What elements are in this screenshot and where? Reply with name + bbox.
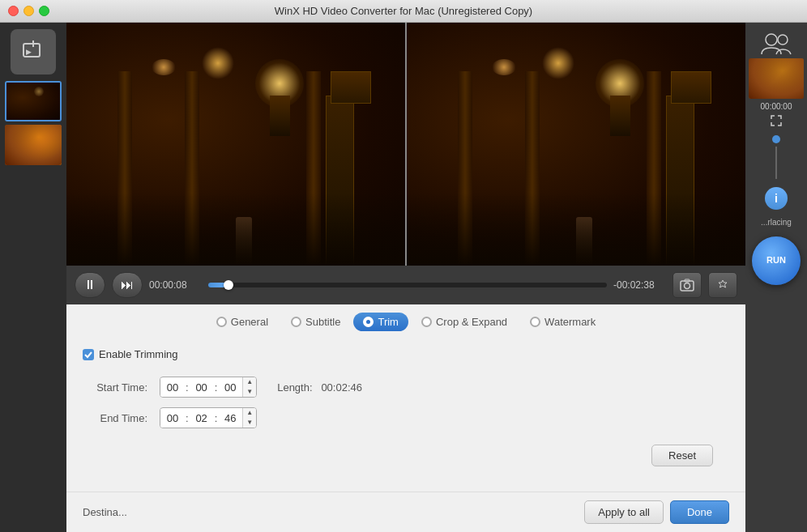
controls-bar: ⏸ ⏭ 00:00:08 -00:02:38 (66, 266, 745, 304)
checkmark-icon (84, 351, 92, 359)
svg-text:▶: ▶ (26, 48, 32, 56)
start-spinner-up[interactable]: ▲ (243, 377, 256, 387)
tab-crop-label: Crop & Expand (436, 316, 507, 328)
titlebar: WinX HD Video Converter for Mac (Unregis… (0, 0, 807, 23)
forward-icon: ⏭ (121, 278, 134, 292)
end-time-spinner: ▲ ▼ (242, 408, 256, 428)
video-right (407, 23, 745, 266)
start-time-spinner: ▲ ▼ (242, 377, 256, 397)
tab-radio-trim (363, 317, 374, 327)
maximize-button[interactable] (39, 6, 49, 16)
progress-bar-container[interactable] (208, 283, 607, 287)
tab-trim[interactable]: Trim (353, 313, 408, 331)
end-hour[interactable] (160, 409, 185, 428)
minimize-button[interactable] (23, 6, 34, 16)
video-canvas-left (66, 23, 405, 266)
dialog-panel: General Subtitle Trim Crop & Expand Wate… (66, 304, 745, 532)
expand-icon (770, 114, 783, 127)
right-video-thumb (749, 58, 804, 99)
end-minute[interactable] (190, 409, 214, 428)
destination-label: Destina... (83, 506, 127, 518)
main-layout: ▶ (0, 23, 807, 532)
reset-area: Reset (83, 445, 729, 466)
tab-radio-subtitle (291, 317, 301, 327)
start-time-parts: : : (160, 378, 242, 397)
trim-content: Enable Trimming Start Time: : : (66, 336, 745, 492)
deinterlace-label: ...rlacing (761, 218, 792, 227)
sidebar-thumb-1[interactable] (5, 81, 62, 121)
pause-button[interactable]: ⏸ (75, 272, 105, 298)
video-canvas-right (407, 23, 745, 266)
video-left (66, 23, 407, 266)
traffic-lights (8, 6, 49, 16)
end-second[interactable] (218, 409, 242, 428)
start-minute[interactable] (190, 378, 214, 397)
settings-icon (716, 279, 729, 292)
progress-thumb (224, 280, 233, 290)
bottom-bar: Destina... Apply to all Done (66, 492, 745, 532)
svg-marker-7 (719, 280, 727, 287)
svg-point-5 (685, 283, 690, 289)
time-remaining: -00:02:38 (613, 279, 666, 291)
window-title: WinX HD Video Converter for Mac (Unregis… (275, 5, 532, 17)
users-button[interactable] (757, 29, 796, 58)
convert-area: RUN (752, 236, 801, 285)
add-video-button[interactable]: ▶ (11, 29, 56, 74)
end-time-parts: : : (160, 409, 242, 428)
center-content: ⏸ ⏭ 00:00:08 -00:02:38 (66, 23, 745, 532)
length-value: 00:02:46 (321, 381, 362, 394)
end-time-row: End Time: : : ▲ ▼ (83, 407, 729, 428)
right-time-display: 00:00:00 (761, 102, 792, 111)
users-icon (760, 32, 792, 56)
start-second[interactable] (218, 378, 242, 397)
close-button[interactable] (8, 6, 19, 16)
slider-line (775, 147, 777, 179)
tab-trim-label: Trim (378, 316, 399, 328)
slider-dot (772, 135, 780, 143)
tab-subtitle-label: Subtitle (305, 316, 340, 328)
tab-radio-crop (421, 317, 432, 327)
info-area: i ...rlacing (761, 187, 792, 227)
enable-trim-checkbox[interactable] (83, 349, 94, 360)
time-current: 00:00:08 (149, 279, 202, 291)
screenshot-button[interactable] (672, 272, 702, 298)
tab-subtitle[interactable]: Subtitle (281, 313, 350, 331)
start-time-input[interactable]: : : ▲ ▼ (160, 377, 257, 398)
end-spinner-down[interactable]: ▼ (243, 418, 256, 428)
start-spinner-down[interactable]: ▼ (243, 387, 256, 397)
right-slider[interactable] (772, 135, 780, 179)
enable-trim-row: Enable Trimming (83, 348, 729, 360)
add-video-icon: ▶ (22, 40, 45, 63)
length-info: Length: 00:02:46 (277, 381, 362, 394)
tab-crop[interactable]: Crop & Expand (412, 313, 517, 331)
start-time-label: Start Time: (83, 381, 147, 394)
apply-all-button[interactable]: Apply to all (584, 500, 664, 524)
tab-general-label: General (231, 316, 268, 328)
end-time-label: End Time: (83, 412, 147, 424)
convert-label: RUN (766, 255, 786, 266)
start-time-row: Start Time: : : ▲ ▼ (83, 377, 729, 398)
settings-button[interactable] (708, 272, 737, 298)
tab-general[interactable]: General (207, 313, 278, 331)
expand-button[interactable] (768, 113, 784, 129)
tab-watermark[interactable]: Watermark (520, 313, 605, 331)
end-spinner-up[interactable]: ▲ (243, 408, 256, 418)
progress-bar-fill (208, 283, 228, 287)
video-preview (66, 23, 745, 266)
reset-button[interactable]: Reset (651, 445, 713, 466)
right-side-panel: 00:00:00 i ...rlacing RUN (745, 23, 807, 532)
done-button[interactable]: Done (670, 500, 729, 524)
info-button[interactable]: i (765, 187, 788, 210)
enable-trim-label: Enable Trimming (99, 348, 178, 360)
tabs-row: General Subtitle Trim Crop & Expand Wate… (66, 304, 745, 336)
start-hour[interactable] (160, 378, 185, 397)
svg-point-9 (778, 35, 788, 45)
end-time-input[interactable]: : : ▲ ▼ (160, 407, 257, 428)
svg-point-8 (766, 34, 777, 45)
sidebar-thumb-2[interactable] (5, 125, 62, 165)
convert-button[interactable]: RUN (752, 236, 801, 285)
tab-radio-watermark (530, 317, 540, 327)
tab-radio-general (216, 317, 227, 327)
forward-button[interactable]: ⏭ (112, 272, 143, 298)
bottom-right: Apply to all Done (584, 500, 729, 524)
